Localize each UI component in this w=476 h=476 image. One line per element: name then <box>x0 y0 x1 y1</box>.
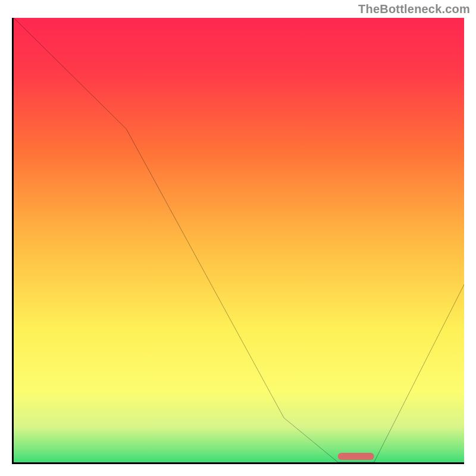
optimal-marker <box>338 453 374 460</box>
plot-area <box>12 18 464 464</box>
bottleneck-curve <box>14 18 464 462</box>
chart-container: TheBottleneck.com <box>0 0 476 476</box>
watermark-text: TheBottleneck.com <box>358 2 470 16</box>
